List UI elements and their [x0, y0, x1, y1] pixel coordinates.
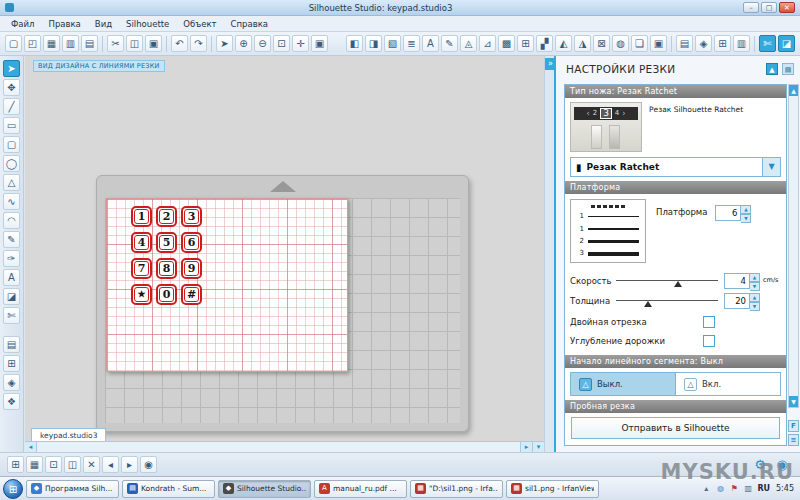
- blade-dropdown[interactable]: ▮ Резак Ratchet ▼: [570, 157, 781, 177]
- horizontal-scrollbar[interactable]: ◂ ▸ ▾: [25, 441, 544, 452]
- document-tab[interactable]: keypad.studio3: [31, 428, 106, 441]
- blade-arrow-right-icon[interactable]: ›: [622, 110, 625, 118]
- spin-up-button[interactable]: ▲: [741, 205, 751, 214]
- fill-color-icon[interactable]: ◧: [346, 35, 363, 52]
- zoom-selection-icon[interactable]: ⊡: [273, 35, 290, 52]
- taskbar-button-5[interactable]: ▦sil1.png - IrfanView: [506, 480, 599, 498]
- curve-tool[interactable]: ∿: [3, 193, 20, 210]
- line-color-icon[interactable]: ◨: [365, 35, 382, 52]
- blade-arrow-left-icon[interactable]: ‹: [586, 110, 589, 118]
- line-tool[interactable]: ╱: [3, 98, 20, 115]
- taskbar-button-1[interactable]: ▤Kondrath - Sum...: [122, 480, 215, 498]
- taskbar-button-3[interactable]: Amanual_ru.pdf ...: [314, 480, 407, 498]
- save-as-icon[interactable]: ▥: [62, 35, 79, 52]
- redo-icon[interactable]: ↷: [190, 35, 207, 52]
- send-to-silhouette-button[interactable]: Отправить в Silhouette: [571, 417, 780, 439]
- scroll-down-button[interactable]: ▾: [532, 442, 544, 452]
- library-panel-tool[interactable]: ❖: [3, 393, 20, 410]
- panel-scroll-track[interactable]: [789, 96, 798, 396]
- overcut-off-button[interactable]: △ Выкл.: [571, 373, 676, 395]
- align-icon[interactable]: ⊞: [517, 35, 534, 52]
- scale-icon[interactable]: ◮: [574, 35, 591, 52]
- network-tray-icon[interactable]: ▥: [742, 483, 754, 495]
- open-file-icon[interactable]: ◰: [24, 35, 41, 52]
- modify-icon[interactable]: ⊠: [593, 35, 610, 52]
- paste-icon[interactable]: ▣: [145, 35, 162, 52]
- edit-points-tool[interactable]: ✥: [3, 79, 20, 96]
- reg-marks-icon[interactable]: ◈: [695, 35, 712, 52]
- eraser-tool[interactable]: ◪: [3, 288, 20, 305]
- print-icon[interactable]: ▤: [81, 35, 98, 52]
- menu-item-2[interactable]: Вид: [88, 19, 119, 29]
- panel-scrollbar[interactable]: ▲ ▼: [788, 84, 799, 408]
- platform-spinner[interactable]: 6 ▲ ▼: [715, 205, 751, 221]
- show-grid-icon[interactable]: ▦: [26, 456, 43, 473]
- grid-panel-tool[interactable]: ⊞: [3, 355, 20, 372]
- settings-gear-icon[interactable]: ⚙: [752, 457, 768, 472]
- page-panel-tool[interactable]: ▤: [3, 336, 20, 353]
- thickness-slider[interactable]: [616, 294, 718, 308]
- menu-item-5[interactable]: Справка: [224, 19, 275, 29]
- prev-page-icon[interactable]: ◂: [102, 456, 119, 473]
- scroll-track[interactable]: [37, 442, 520, 452]
- rounded-rectangle-tool[interactable]: ▢: [3, 136, 20, 153]
- next-page-icon[interactable]: ▸: [121, 456, 138, 473]
- fit-page-icon[interactable]: ▣: [311, 35, 328, 52]
- reg-marks-panel-tool[interactable]: ◈: [3, 374, 20, 391]
- taskbar-clock[interactable]: 5:45: [776, 484, 794, 493]
- select-tool[interactable]: ➤: [3, 60, 20, 77]
- panel-scroll-down-button[interactable]: ▼: [789, 396, 798, 407]
- select-view-icon[interactable]: ➤: [216, 35, 233, 52]
- rectangle-tool[interactable]: ▭: [3, 117, 20, 134]
- taskbar-button-0[interactable]: ◆Программа Silh...: [26, 480, 119, 498]
- knife-tool[interactable]: ✄: [3, 307, 20, 324]
- start-button[interactable]: ⊞: [3, 479, 23, 499]
- silhouette-panel-icon[interactable]: ◪: [778, 35, 795, 52]
- polygon-tool[interactable]: △: [3, 174, 20, 191]
- thickness-spinner[interactable]: 20 ▲ ▼: [724, 293, 760, 309]
- arc-tool[interactable]: ◠: [3, 212, 20, 229]
- taskbar-button-4[interactable]: ▦"D:\sil1.png - Irfa...: [410, 480, 503, 498]
- scroll-right-button[interactable]: ▸: [520, 442, 532, 452]
- duplicate-icon[interactable]: ◫: [64, 456, 81, 473]
- snap-points-icon[interactable]: ⊡: [45, 456, 62, 473]
- keypad-design[interactable]: 123456789★0#: [131, 206, 202, 305]
- design-page-icon[interactable]: ▥: [733, 35, 750, 52]
- line-style-icon[interactable]: ≣: [403, 35, 420, 52]
- page-jump-button[interactable]: ≡: [788, 434, 799, 446]
- trace-icon[interactable]: ◍: [612, 35, 629, 52]
- blade-depth-4[interactable]: 4: [615, 110, 619, 117]
- spin-up-button[interactable]: ▲: [750, 273, 760, 282]
- text-style-icon[interactable]: A: [422, 35, 439, 52]
- menu-item-0[interactable]: Файл: [4, 19, 41, 29]
- cut-settings-icon[interactable]: ✄: [759, 35, 776, 52]
- blade-depth-2[interactable]: 2: [593, 110, 597, 117]
- ellipse-tool[interactable]: ◯: [3, 155, 20, 172]
- pan-icon[interactable]: ✛: [292, 35, 309, 52]
- smooth-freehand-tool[interactable]: ✑: [3, 250, 20, 267]
- thickness-slider-marker[interactable]: [644, 301, 652, 307]
- flag-tray-icon[interactable]: ⚑: [728, 483, 740, 495]
- speed-slider-marker[interactable]: [674, 281, 682, 287]
- preferences-icon[interactable]: ◉: [140, 456, 157, 473]
- panel-scroll-up-button[interactable]: ▲: [789, 85, 798, 96]
- menu-item-3[interactable]: Silhouette: [119, 19, 176, 29]
- design-page[interactable]: 123456789★0#: [106, 198, 348, 372]
- minimize-button[interactable]: –: [743, 2, 759, 13]
- copy-icon[interactable]: ◫: [126, 35, 143, 52]
- character-icon[interactable]: ✎: [441, 35, 458, 52]
- library-icon[interactable]: ▣: [650, 35, 667, 52]
- speed-spinner[interactable]: 4 ▲ ▼: [724, 273, 760, 289]
- panel-up-button[interactable]: ▲: [766, 63, 778, 75]
- offset-icon[interactable]: ❏: [631, 35, 648, 52]
- text-tool[interactable]: A: [3, 269, 20, 286]
- menu-item-4[interactable]: Объект: [176, 19, 223, 29]
- double-cut-checkbox[interactable]: [703, 316, 715, 328]
- cut-icon[interactable]: ✂: [107, 35, 124, 52]
- f-key-button[interactable]: F: [788, 420, 799, 432]
- blade-depth-3[interactable]: 3: [600, 108, 612, 119]
- new-document-icon[interactable]: ▢: [5, 35, 22, 52]
- language-indicator[interactable]: RU: [757, 484, 770, 493]
- show-hidden-icons-icon[interactable]: ▴: [700, 483, 712, 495]
- overcut-on-button[interactable]: △ Вкл.: [676, 373, 780, 395]
